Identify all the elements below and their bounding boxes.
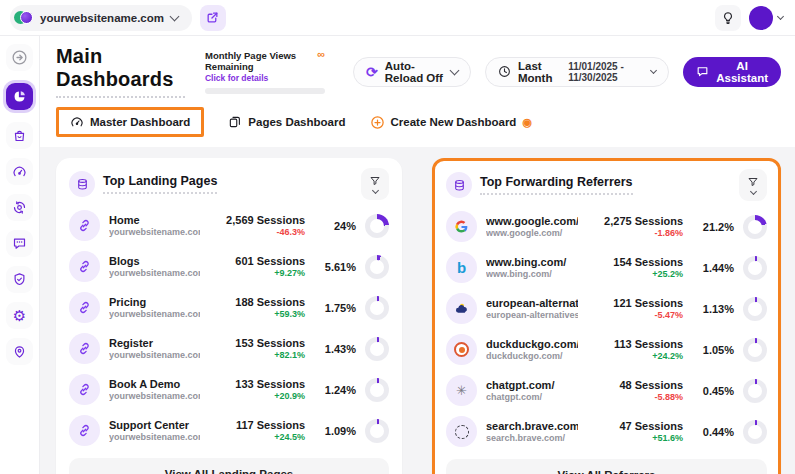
- external-link-button[interactable]: [200, 5, 226, 31]
- sidebar-item-inbox[interactable]: [6, 122, 33, 149]
- row-sessions: 2,275 Sessions: [587, 215, 683, 227]
- row-url: yourwebsitename.com/demo: [109, 391, 200, 401]
- row-name: duckduckgo.com/: [486, 338, 578, 350]
- row-sessions: 133 Sessions: [209, 378, 305, 390]
- table-row[interactable]: Book A Demo yourwebsitename.com/demo 133…: [69, 369, 389, 410]
- settings-gear-icon: ⚙: [13, 308, 26, 323]
- auto-reload-dropdown[interactable]: ⟳ Auto-Reload Off: [353, 57, 471, 87]
- row-change: -5.88%: [587, 392, 683, 402]
- row-url: yourwebsitename.com: [109, 227, 200, 237]
- period-label: Last Month: [518, 60, 561, 84]
- table-row[interactable]: Home yourwebsitename.com 2,569 Sessions …: [69, 205, 389, 246]
- page-header: Main Dashboards Monthly Page Views Remai…: [40, 36, 795, 147]
- table-row[interactable]: european-alternatives.eu/ european-alter…: [446, 288, 767, 329]
- sidebar: ⚙: [0, 36, 40, 474]
- gauge-icon: [12, 164, 27, 179]
- sidebar-item-settings[interactable]: ⚙: [6, 302, 33, 329]
- card-title: Top Landing Pages: [103, 174, 217, 194]
- row-url: european-alternatives.eu/: [486, 310, 578, 320]
- table-row[interactable]: duckduckgo.com/ duckduckgo.com/ 113 Sess…: [446, 329, 767, 370]
- shield-check-icon: [12, 272, 27, 287]
- row-percent: 0.45%: [692, 385, 734, 397]
- link-icon: [69, 333, 100, 364]
- sidebar-item-locations[interactable]: [6, 338, 33, 365]
- row-url: yourwebsitename.com/pricing: [109, 309, 200, 319]
- infinity-icon: ∞: [317, 50, 325, 59]
- row-list: Home yourwebsitename.com 2,569 Sessions …: [69, 205, 389, 451]
- location-pin-icon: [12, 344, 27, 359]
- auto-reload-label: Auto-Reload Off: [385, 60, 444, 84]
- row-sessions: 48 Sessions: [587, 379, 683, 391]
- table-row[interactable]: Register yourwebsitename.com/register 15…: [69, 328, 389, 369]
- donut-chart: [743, 215, 767, 239]
- row-percent: 1.44%: [692, 262, 734, 274]
- row-name: Pricing: [109, 296, 200, 308]
- sidebar-item-goals[interactable]: [6, 194, 33, 221]
- sidebar-item-performance[interactable]: [6, 158, 33, 185]
- sidebar-item-dashboards[interactable]: [6, 83, 33, 110]
- link-icon: [69, 210, 100, 241]
- tab-master-dashboard[interactable]: Master Dashboard: [56, 107, 204, 137]
- quota-label: Monthly Page Views Remaining: [205, 50, 317, 72]
- view-all-landing-pages-button[interactable]: View All Landing Pages: [69, 458, 389, 474]
- donut-chart: [743, 420, 767, 444]
- table-row[interactable]: b www.bing.com/ www.bing.com/ 154 Sessio…: [446, 247, 767, 288]
- row-name: Book A Demo: [109, 378, 200, 390]
- quota-widget[interactable]: Monthly Page Views Remaining ∞ Click for…: [205, 50, 325, 94]
- row-percent: 1.43%: [314, 343, 356, 355]
- row-change: +24.2%: [587, 351, 683, 361]
- table-row[interactable]: search.brave.com/ search.brave.com/ 47 S…: [446, 411, 767, 452]
- table-row[interactable]: Blogs yourwebsitename.com/blogs 601 Sess…: [69, 246, 389, 287]
- quota-progress-bar: [205, 88, 325, 94]
- tab-label: Create New Dashboard: [391, 116, 517, 128]
- table-row[interactable]: Pricing yourwebsitename.com/pricing 188 …: [69, 287, 389, 328]
- view-all-referrers-button[interactable]: View All Referrers: [446, 459, 767, 474]
- tab-create-new-dashboard[interactable]: Create New Dashboard ◉: [370, 115, 533, 130]
- row-percent: 1.13%: [692, 303, 734, 315]
- row-change: +59.3%: [209, 309, 305, 319]
- filter-button[interactable]: [739, 169, 767, 201]
- row-change: +51.6%: [587, 433, 683, 443]
- row-change: -5.47%: [587, 310, 683, 320]
- table-row[interactable]: Support Center yourwebsitename.com/suppo…: [69, 410, 389, 451]
- site-selector[interactable]: yourwebsitename.com: [10, 5, 192, 31]
- sidebar-item-feedback[interactable]: [6, 230, 33, 257]
- row-change: +20.9%: [209, 391, 305, 401]
- pie-chart-icon: [12, 89, 27, 104]
- quota-details-link[interactable]: Click for details: [205, 73, 325, 83]
- row-change: +25.2%: [587, 269, 683, 279]
- sidebar-item-security[interactable]: [6, 266, 33, 293]
- ai-assistant-button[interactable]: AI Assistant: [683, 57, 781, 87]
- chevron-down-icon: [650, 66, 657, 73]
- tips-button[interactable]: [715, 5, 741, 31]
- plus-circle-icon: [370, 115, 385, 130]
- external-link-icon: [206, 11, 219, 24]
- row-name: european-alternatives.eu/: [486, 297, 578, 309]
- donut-chart: [743, 379, 767, 403]
- filter-button[interactable]: [361, 168, 389, 200]
- target-icon: ◉: [522, 117, 532, 128]
- donut-chart: [743, 297, 767, 321]
- chevron-down-icon: [450, 65, 460, 75]
- tab-label: Master Dashboard: [90, 116, 190, 128]
- donut-chart: [365, 378, 389, 402]
- clock-icon: [498, 65, 511, 78]
- sidebar-expand-button[interactable]: [6, 44, 33, 71]
- date-range-picker[interactable]: Last Month 11/01/2025 - 11/30/2025: [485, 57, 669, 87]
- table-row[interactable]: www.google.com/ www.google.com/ 2,275 Se…: [446, 206, 767, 247]
- page-title: Main Dashboards: [56, 45, 185, 98]
- row-list: www.google.com/ www.google.com/ 2,275 Se…: [446, 206, 767, 452]
- database-icon: [446, 172, 472, 198]
- chat-feedback-icon: [12, 236, 27, 251]
- row-sessions: 121 Sessions: [587, 297, 683, 309]
- tab-pages-dashboard[interactable]: Pages Dashboard: [228, 115, 345, 129]
- row-sessions: 47 Sessions: [587, 420, 683, 432]
- row-name: www.google.com/: [486, 215, 578, 227]
- row-name: search.brave.com/: [486, 420, 578, 432]
- table-row[interactable]: ✳ chatgpt.com/ chatgpt.com/ 48 Sessions …: [446, 370, 767, 411]
- row-url: search.brave.com/: [486, 433, 578, 443]
- bing-icon: b: [446, 252, 477, 283]
- sync-target-icon: [12, 200, 27, 215]
- bag-icon: [12, 128, 27, 143]
- account-menu[interactable]: [749, 6, 783, 30]
